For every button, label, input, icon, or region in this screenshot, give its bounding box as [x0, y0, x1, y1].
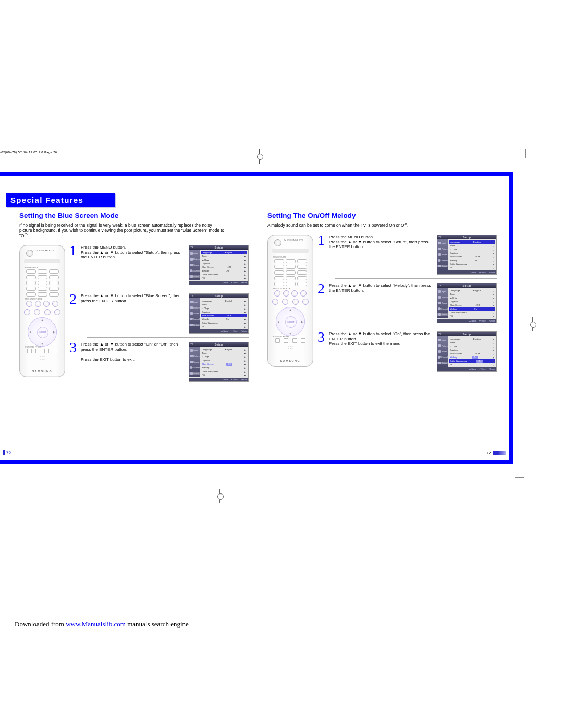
chevron-left-icon: ◀ — [28, 330, 32, 334]
left-steps: 1 Press the MENU button.Press the ▲ or ▼… — [69, 245, 249, 390]
left-heading: Setting the Blue Screen Mode — [19, 212, 249, 219]
osd-screenshot: TV Setup InputPicture SoundChannel Setup… — [437, 283, 497, 323]
power-knob-icon — [26, 250, 33, 257]
osd-screenshot: TV Setup InputPicture SoundChannel Setup… — [437, 235, 497, 275]
crop-header-text: -02(68~79) 5/6/04 12:07 PM Page 76 — [0, 151, 57, 154]
osd-screenshot: TV Setup InputPicture SoundChannel Setup… — [189, 342, 249, 382]
dpad-icon: ▲ ▼ ◀ ▶ CH LIST — [28, 317, 57, 347]
registration-mark-bottom — [213, 489, 227, 503]
round-button-icon — [26, 301, 32, 307]
download-footer: Downloaded from www.Manualslib.com manua… — [15, 620, 189, 628]
document-page: -02(68~79) 5/6/04 12:07 PM Page 76 Speci… — [0, 0, 563, 728]
page-number-left: 76 — [3, 450, 11, 455]
chevron-right-icon: ▶ — [52, 330, 56, 334]
remote-dpad-area: ▲ ▼ ◀ ▶ CH LIST — [20, 309, 65, 347]
remote-ir-panel — [24, 259, 60, 263]
remote-illustration: TV STB CABLE DVD POWER SOURCE MUTE VOL C… — [267, 235, 313, 367]
left-content: TV STB CABLE DVD POWER SOURCE MUTE VOL C… — [19, 245, 249, 390]
chevron-up-icon: ▲ — [40, 318, 44, 322]
right-intro: A melody sound can be set to come on whe… — [267, 223, 473, 228]
remote-top-grid: POWER SOURCE MUTE VOL CH P.MODE — [25, 266, 59, 309]
osd-screenshot: TV Setup InputPicture SoundChannel Setup… — [189, 293, 249, 334]
crop-corner-bottom-right — [524, 475, 533, 485]
dpad-center: CH LIST — [37, 327, 48, 338]
step-number: 1 — [69, 245, 78, 285]
step-item: 3 Press the ▲ or ▼ button to select "On"… — [317, 331, 497, 372]
step-item: 1 Press the MENU button.Press the ▲ or ▼… — [317, 235, 497, 275]
step-text: Press the MENU button.Press the ▲ or ▼ b… — [81, 245, 186, 285]
osd-footer: ▲ Move↵ EnterReturn — [189, 281, 248, 285]
osd-screenshot: TV Setup InputPicture SoundChannel Setup… — [437, 331, 497, 372]
osd-sidebar: Input Picture Sound Channel Setup — [189, 250, 200, 280]
section-tab: Special Features — [6, 193, 115, 207]
right-page: Setting The On/Off Melody A melody sound… — [267, 212, 497, 380]
round-button-icon — [43, 301, 50, 307]
step-text: Press the ▲ or ▼ button to select "On" o… — [81, 342, 186, 382]
remote-source-labels: TV STB CABLE DVD — [35, 250, 55, 252]
download-pre: Downloaded from — [15, 620, 66, 628]
left-intro: If no signal is being received or the si… — [19, 223, 225, 239]
step-item: 3 Press the ▲ or ▼ button to select "On"… — [69, 342, 249, 382]
step-item: 1 Press the MENU button.Press the ▲ or ▼… — [69, 245, 249, 285]
right-heading: Setting The On/Off Melody — [267, 212, 497, 219]
registration-mark-top — [252, 149, 267, 164]
osd-body: Language: English▸ Time▸ V-Chip▸ Caption… — [200, 250, 248, 281]
right-content: TV STB CABLE DVD POWER SOURCE MUTE VOL C… — [267, 235, 497, 380]
step-item: 2 Press the ▲ or ▼ button to select "Blu… — [69, 293, 249, 334]
dots-icon: ○ ○ ○○ ○ ○ — [25, 355, 59, 360]
remote-bottom-grid: P.SIZE STILL PIP SRS ○ ○ ○○ ○ ○ — [25, 346, 59, 360]
left-page: Setting the Blue Screen Mode If no signa… — [19, 212, 249, 390]
step-item: 2 Press the ▲ or ▼ button to select "Mel… — [317, 283, 497, 323]
samsung-logo: SAMSUNG — [20, 369, 65, 373]
registration-mark-side — [525, 317, 540, 331]
step-number: 3 — [69, 342, 78, 382]
round-button-icon — [35, 301, 41, 307]
page-number-right: 77 — [486, 451, 506, 455]
round-button-icon — [52, 301, 58, 307]
right-steps: 1 Press the MENU button.Press the ▲ or ▼… — [317, 235, 497, 380]
manual-spread: Special Features Setting the Blue Screen… — [0, 172, 513, 464]
osd-screenshot: TV Setup Input Picture Sound Channel Set… — [189, 245, 249, 285]
remote-illustration: TV STB CABLE DVD POWER SOURCE MUTE VOL C… — [19, 245, 65, 377]
step-text: Press the ▲ or ▼ button to select "Blue … — [81, 293, 186, 334]
crop-corner-top-right — [525, 149, 535, 158]
download-post: manuals search engine — [126, 620, 189, 628]
section-tab-label: Special Features — [10, 195, 83, 204]
manualslib-link[interactable]: www.Manualslib.com — [66, 620, 126, 628]
step-number: 2 — [69, 293, 78, 334]
osd-title: Setup — [189, 245, 248, 250]
